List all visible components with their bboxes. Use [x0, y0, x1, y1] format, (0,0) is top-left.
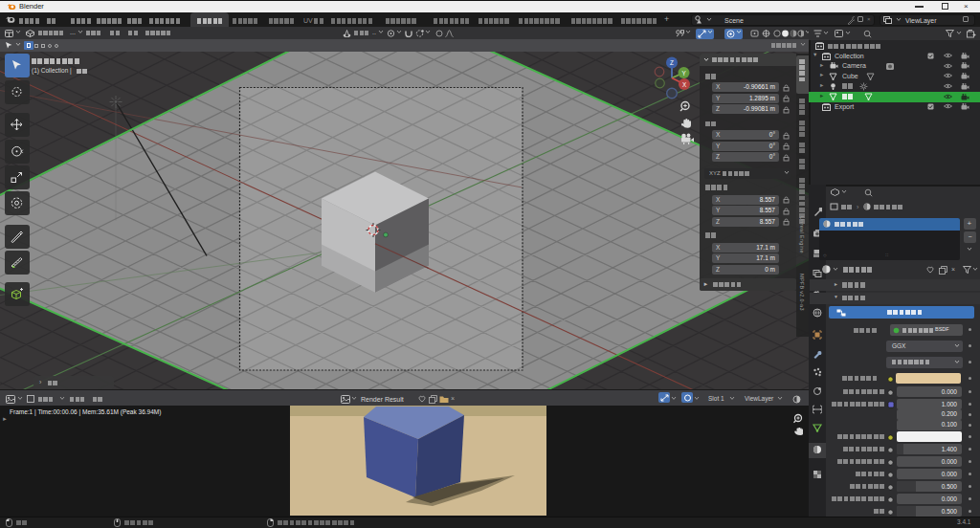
svg-text:Z: Z [670, 59, 674, 66]
